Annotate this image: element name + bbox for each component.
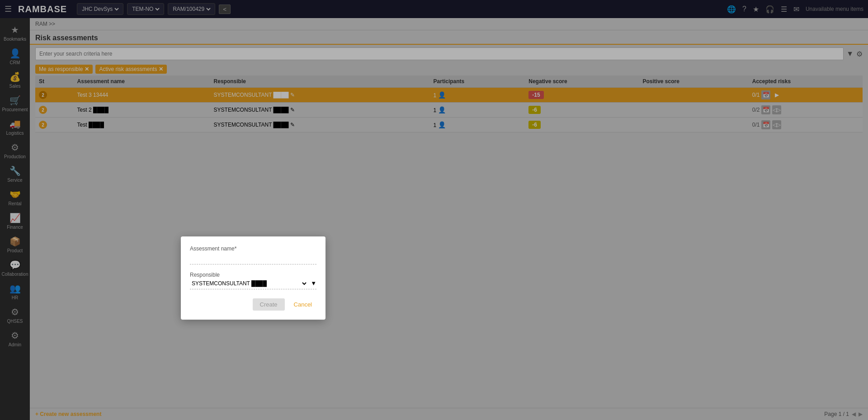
responsible-select[interactable]: SYSTEMCONSULTANT ████ [190, 280, 308, 287]
modal-responsible-field: Responsible SYSTEMCONSULTANT ████ ▼ [190, 272, 316, 289]
dropdown-arrow-icon: ▼ [311, 280, 316, 287]
cancel-button[interactable]: Cancel [289, 298, 316, 311]
responsible-row: SYSTEMCONSULTANT ████ ▼ [190, 280, 316, 289]
modal-name-label: Assessment name* [190, 245, 316, 252]
modal-box: Assessment name* Responsible SYSTEMCONSU… [181, 236, 326, 320]
modal-actions: Create Cancel [190, 298, 316, 311]
assessment-name-input[interactable] [190, 254, 316, 264]
modal-overlay[interactable]: Assessment name* Responsible SYSTEMCONSU… [0, 0, 868, 420]
modal-name-field: Assessment name* [190, 245, 316, 264]
create-button[interactable]: Create [253, 298, 285, 311]
modal-responsible-label: Responsible [190, 272, 316, 278]
